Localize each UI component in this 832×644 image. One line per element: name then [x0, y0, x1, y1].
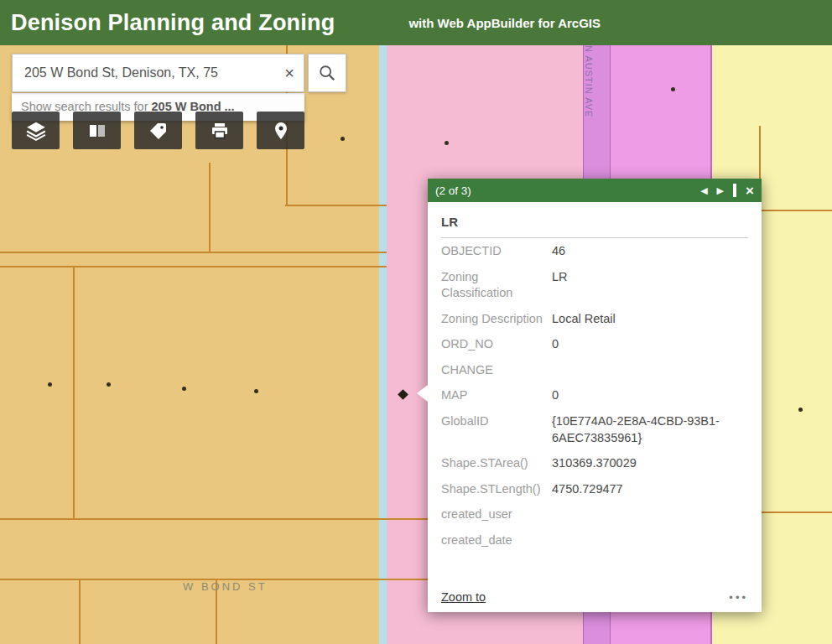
parcel-line: [79, 579, 81, 644]
parcel-line: [759, 512, 832, 513]
map-point: [254, 389, 258, 393]
search-box: ×: [12, 54, 304, 92]
map-point: [48, 382, 52, 387]
map-point: [182, 387, 186, 391]
field-label: CHANGE: [441, 362, 552, 379]
map-point: [671, 87, 675, 91]
field-label: OBJECTID: [441, 243, 552, 260]
tag-icon: [148, 121, 169, 141]
popup-footer: Zoom to •••: [428, 582, 762, 612]
field-row: Zoning Description Local Retail: [441, 306, 748, 332]
field-row: CHANGE: [441, 357, 748, 383]
print-button[interactable]: [195, 112, 243, 149]
field-row: GlobalID {10E774A0-2E8A-4CBD-93B1-6AEC73…: [441, 408, 748, 450]
app-header: Denison Planning and Zoning with Web App…: [0, 0, 832, 45]
street-label-n-austin-ave: N AUSTIN AVE: [584, 45, 594, 117]
pin-button[interactable]: [257, 112, 304, 149]
map-point: [341, 137, 345, 141]
map-point: [798, 408, 803, 412]
field-row: ORD_NO 0: [441, 331, 748, 357]
layers-button[interactable]: [12, 112, 60, 149]
field-label: created_user: [441, 506, 552, 523]
parcel-line: [209, 163, 211, 253]
basemap-icon: [87, 121, 107, 141]
print-icon: [210, 121, 230, 141]
field-label: ORD_NO: [441, 336, 552, 353]
basemap-button[interactable]: [73, 112, 121, 149]
field-label: MAP: [441, 387, 552, 404]
pin-icon: [271, 121, 291, 141]
field-value: [552, 362, 748, 379]
map-point: [445, 141, 449, 145]
field-value: 310369.370029: [552, 455, 748, 472]
street-label-w-bond-st: W BOND ST: [183, 580, 268, 593]
field-row: Shape.STArea() 310369.370029: [441, 450, 748, 476]
parcel-line: [285, 205, 387, 206]
parcel-line: [73, 266, 75, 520]
next-feature-icon[interactable]: ▶: [717, 186, 724, 195]
maximize-box: [733, 184, 736, 197]
zoom-to-link[interactable]: Zoom to: [441, 590, 486, 604]
field-value: 46: [552, 243, 748, 260]
feature-popup: (2 of 3) ◀ ▶ × LR OBJECTID 46 Zoning Cla…: [428, 179, 762, 612]
field-row: Shape.STLength() 4750.729477: [441, 476, 748, 502]
parcel-line: [0, 252, 387, 253]
app-subtitle: with Web AppBuilder for ArcGIS: [408, 16, 601, 30]
field-value: 0: [552, 336, 748, 353]
popup-pager: (2 of 3): [435, 184, 691, 197]
field-row: created_date: [441, 527, 748, 553]
field-value: 4750.729477: [552, 481, 748, 498]
field-value: [552, 506, 748, 523]
field-value: 0: [552, 387, 748, 404]
popup-pointer: [417, 385, 428, 402]
layers-icon: [25, 120, 47, 142]
more-options-icon[interactable]: •••: [729, 591, 748, 604]
field-row: Zoning Classification LR: [441, 264, 748, 306]
field-label: created_date: [441, 532, 552, 549]
field-row: OBJECTID 46: [441, 238, 748, 264]
search-icon: [318, 64, 336, 82]
field-label: Zoning Classification: [441, 269, 552, 302]
prev-feature-icon[interactable]: ◀: [700, 186, 707, 195]
popup-body: LR OBJECTID 46 Zoning Classification LR …: [428, 202, 762, 575]
field-label: Zoning Description: [441, 311, 552, 328]
field-row: created_user: [441, 501, 748, 527]
popup-title: LR: [441, 202, 748, 238]
popup-header: (2 of 3) ◀ ▶ ×: [428, 179, 762, 202]
map-point: [107, 382, 111, 387]
widget-toolbar: [12, 112, 318, 149]
search-button[interactable]: [308, 54, 346, 92]
field-label: Shape.STArea(): [441, 455, 552, 472]
close-icon[interactable]: ×: [746, 184, 754, 198]
clear-search-icon[interactable]: ×: [275, 64, 304, 83]
parcel-line: [759, 210, 832, 211]
field-label: Shape.STLength(): [441, 481, 552, 498]
field-label: GlobalID: [441, 413, 552, 446]
parcel-line: [0, 266, 387, 267]
field-value: {10E774A0-2E8A-4CBD-93B1-6AEC73835961}: [552, 413, 748, 446]
tag-button[interactable]: [134, 112, 182, 149]
field-row: MAP 0: [441, 382, 748, 408]
field-value: LR: [552, 269, 748, 302]
search-input[interactable]: [13, 65, 275, 80]
street-water-line: [379, 45, 387, 644]
field-value: [552, 532, 748, 549]
maximize-icon[interactable]: [733, 186, 736, 195]
app-title: Denison Planning and Zoning: [0, 10, 335, 36]
field-value: Local Retail: [552, 311, 748, 328]
